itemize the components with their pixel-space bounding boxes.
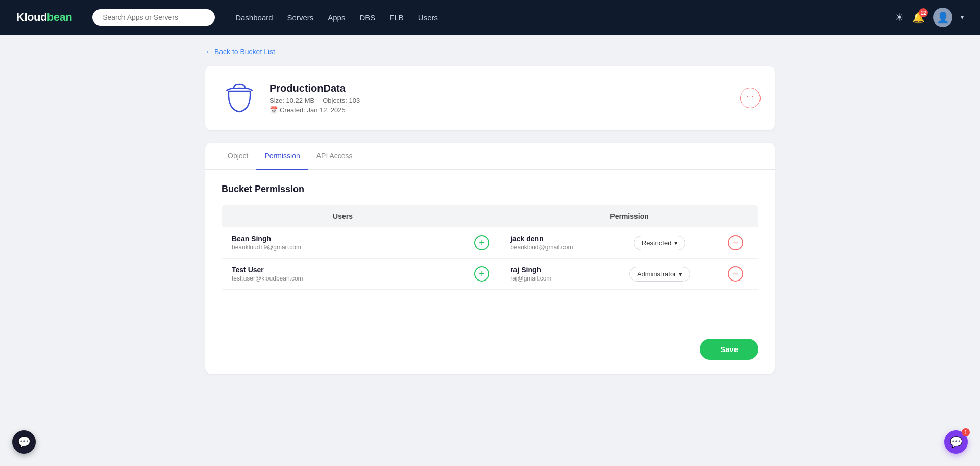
nav-links: Dashboard Servers Apps DBS FLB Users [235, 13, 438, 22]
remove-cell-2: − [713, 259, 758, 290]
notification-badge: 12 [919, 8, 928, 17]
bucket-icon [225, 82, 254, 114]
tab-object[interactable]: Object [219, 143, 256, 169]
avatar[interactable]: 👤 [933, 8, 952, 27]
search-input[interactable] [92, 9, 215, 26]
chat-icon: 💬 [950, 436, 963, 448]
plus-icon: + [479, 269, 485, 279]
table-row: Test User test.user@kloudbean.com + raj [222, 259, 758, 290]
save-button[interactable]: Save [700, 339, 758, 360]
bucket-size: Size: 10.22 MB [270, 97, 314, 104]
nav-dbs[interactable]: DBS [359, 13, 375, 22]
chevron-down-icon: ▾ [674, 239, 678, 247]
add-cell-2: + [464, 259, 500, 290]
bucket-meta: Size: 10.22 MB Objects: 103 [270, 97, 360, 104]
logo: Kloudbean [16, 11, 72, 24]
profile-dropdown-arrow[interactable]: ▾ [961, 14, 964, 21]
user-cell-1: Bean Singh beankloud+9@gmail.com [222, 227, 464, 259]
bucket-objects: Objects: 103 [323, 97, 360, 104]
permission-dropdown-1[interactable]: Restricted ▾ [634, 236, 686, 250]
theme-toggle-icon[interactable]: ☀ [895, 11, 904, 24]
navbar: Kloudbean Dashboard Servers Apps DBS FLB… [0, 0, 980, 35]
add-user-button-2[interactable]: + [474, 266, 489, 282]
section-title: Bucket Permission [222, 184, 758, 195]
nav-users[interactable]: Users [418, 13, 438, 22]
bucket-created: Created: Jan 12, 2025 [280, 106, 346, 114]
table-row-empty [222, 290, 758, 314]
nav-apps[interactable]: Apps [328, 13, 345, 22]
logo-accent: bean [47, 11, 72, 24]
right-user-email-2: raj@gmail.com [510, 275, 597, 282]
tab-api-access[interactable]: API Access [308, 143, 361, 169]
permission-table: Users Permission Bean Singh beankloud+9@… [222, 205, 758, 314]
permission-value-1: Restricted [642, 239, 672, 247]
minus-icon: − [732, 269, 739, 279]
user-name-1: Bean Singh [232, 235, 454, 243]
permission-dropdown-2[interactable]: Administrator ▾ [629, 267, 691, 282]
main-panel: Object Permission API Access Bucket Perm… [205, 143, 775, 374]
logo-text: Kloudbean [16, 11, 72, 24]
plus-icon: + [479, 238, 485, 248]
avatar-icon: 👤 [937, 11, 949, 24]
bell-wrapper[interactable]: 🔔 12 [912, 11, 925, 24]
back-link[interactable]: ← Back to Bucket List [205, 48, 275, 56]
bucket-date: 📅 Created: Jan 12, 2025 [270, 106, 360, 114]
right-user-name-2: raj Singh [510, 266, 597, 274]
chat-badge: 1 [962, 428, 970, 436]
user-email-2: test.user@kloudbean.com [232, 275, 454, 282]
bucket-card: ProductionData Size: 10.22 MB Objects: 1… [205, 66, 775, 130]
add-user-button-1[interactable]: + [474, 235, 489, 250]
permission-select-cell-1: Restricted ▾ [607, 227, 713, 259]
bucket-name: ProductionData [270, 83, 360, 95]
nav-dashboard[interactable]: Dashboard [235, 13, 273, 22]
right-user-email-1: beankloud@gmail.com [510, 244, 597, 251]
trash-icon: 🗑 [746, 94, 754, 103]
calendar-icon: 📅 [270, 106, 278, 114]
tabs: Object Permission API Access [205, 143, 775, 170]
col-header-permission: Permission [500, 205, 758, 227]
delete-bucket-button[interactable]: 🗑 [740, 88, 761, 108]
table-row: Bean Singh beankloud+9@gmail.com + jack [222, 227, 758, 259]
chevron-down-icon: ▾ [679, 270, 682, 278]
remove-user-button-1[interactable]: − [728, 235, 743, 250]
user-cell-2: Test User test.user@kloudbean.com [222, 259, 464, 290]
bucket-icon-wrap [222, 80, 257, 116]
page-content: ← Back to Bucket List ProductionData Siz… [189, 35, 791, 386]
col-header-users: Users [222, 205, 464, 227]
save-row: Save [205, 329, 775, 374]
tab-permission[interactable]: Permission [256, 143, 308, 169]
panel-body: Bucket Permission Users Permission Bean [205, 170, 775, 329]
permission-select-cell-2: Administrator ▾ [607, 259, 713, 290]
user-email-1: beankloud+9@gmail.com [232, 244, 454, 251]
nav-servers[interactable]: Servers [287, 13, 314, 22]
right-user-name-1: jack denn [510, 235, 597, 243]
nav-flb[interactable]: FLB [389, 13, 404, 22]
support-chat-button[interactable]: 💬 [12, 430, 36, 454]
add-cell-1: + [464, 227, 500, 259]
minus-icon: − [732, 238, 739, 248]
col-header-add [464, 205, 500, 227]
permission-value-2: Administrator [637, 270, 676, 278]
right-user-cell-2: raj Singh raj@gmail.com [500, 259, 607, 290]
chat-widget[interactable]: 1 💬 [944, 430, 968, 454]
user-name-2: Test User [232, 266, 454, 274]
right-user-cell-1: jack denn beankloud@gmail.com [500, 227, 607, 259]
bucket-info: ProductionData Size: 10.22 MB Objects: 1… [270, 83, 360, 114]
support-chat-icon: 💬 [18, 436, 31, 448]
remove-cell-1: − [713, 227, 758, 259]
nav-right: ☀ 🔔 12 👤 ▾ [895, 8, 964, 27]
remove-user-button-2[interactable]: − [728, 266, 743, 282]
